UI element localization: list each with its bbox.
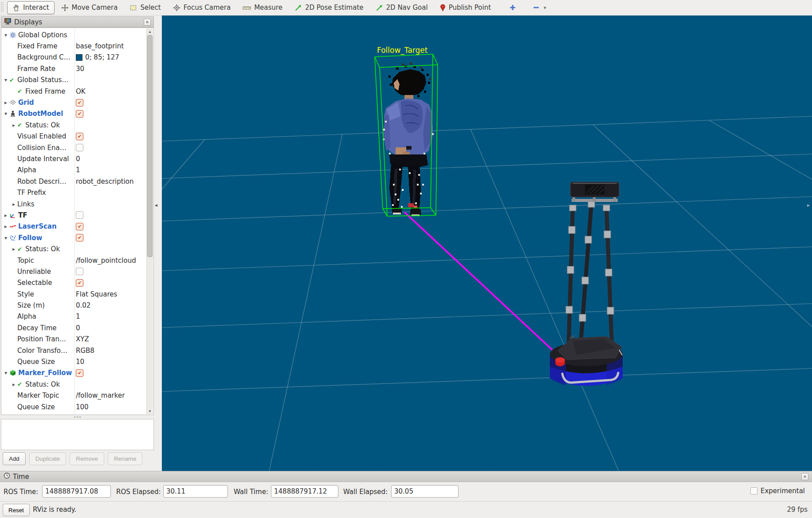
tree-row[interactable]: ▾RobotModel✔ xyxy=(1,108,153,119)
property-value[interactable]: /follow_pointcloud xyxy=(76,257,136,265)
pose-estimate-tool-button[interactable]: 2D Pose Estimate xyxy=(289,1,369,14)
property-value[interactable]: 0 xyxy=(76,324,80,332)
tree-row[interactable]: Unreliable xyxy=(1,266,153,277)
select-tool-button[interactable]: Select xyxy=(124,1,166,14)
collapse-arrow-icon[interactable]: ▾ xyxy=(2,32,9,38)
tree-row[interactable]: Alpha1 xyxy=(1,311,153,322)
tree-row[interactable]: Alpha1 xyxy=(1,165,153,176)
wall-elapsed-input[interactable] xyxy=(391,485,459,498)
tree-row[interactable]: ✔Fixed FrameOK xyxy=(1,86,153,97)
add-display-button[interactable]: Add xyxy=(3,452,26,465)
display-enabled-checkbox[interactable] xyxy=(76,211,83,219)
property-value[interactable]: 0.02 xyxy=(76,301,90,309)
property-value[interactable]: 0; 85; 127 xyxy=(85,53,119,61)
tree-row[interactable]: Update Interval0 xyxy=(1,153,153,164)
displays-panel-header[interactable]: Displays ✕ xyxy=(1,16,154,28)
property-value[interactable]: 0 xyxy=(76,155,80,163)
display-enabled-checkbox[interactable] xyxy=(76,144,83,151)
tree-row[interactable]: ▸LaserScan✔ xyxy=(1,221,153,232)
tree-row[interactable]: Decay Time0 xyxy=(1,322,153,333)
expand-arrow-icon[interactable]: ▸ xyxy=(10,381,17,388)
property-value[interactable]: 30 xyxy=(76,65,84,73)
property-value[interactable]: base_footprint xyxy=(76,42,124,50)
move-camera-tool-button[interactable]: Move Camera xyxy=(56,1,123,14)
tree-row[interactable]: Topic/follow_pointcloud xyxy=(1,255,153,266)
close-panel-button[interactable]: ✕ xyxy=(801,473,808,480)
collapse-arrow-icon[interactable]: ▾ xyxy=(2,111,9,117)
tree-row[interactable]: ▸TF xyxy=(1,210,153,221)
measure-tool-button[interactable]: Measure xyxy=(237,1,288,14)
property-value[interactable]: 1 xyxy=(76,312,80,320)
property-value[interactable]: robot_description xyxy=(76,178,134,186)
expand-arrow-icon[interactable]: ▸ xyxy=(10,122,17,128)
tree-row[interactable]: ▸✔Status: Ok xyxy=(1,119,153,130)
tree-row[interactable]: ▾Marker_Follow✔ xyxy=(1,368,153,379)
tree-row[interactable]: ▾Follow✔ xyxy=(1,232,153,243)
collapse-arrow-icon[interactable]: ▾ xyxy=(2,370,9,376)
nav-goal-tool-button[interactable]: 2D Nav Goal xyxy=(370,1,433,14)
tree-row[interactable]: ▾✔Global Status… xyxy=(1,75,153,86)
tree-row[interactable]: StyleFlat Squares xyxy=(1,289,153,300)
tree-row[interactable]: Selectable✔ xyxy=(1,277,153,289)
focus-camera-tool-button[interactable]: Focus Camera xyxy=(168,1,236,14)
property-value[interactable]: Flat Squares xyxy=(76,290,117,298)
tree-row[interactable]: Namespaces xyxy=(1,412,153,415)
close-panel-button[interactable]: ✕ xyxy=(144,19,151,26)
tree-row[interactable]: Queue Size10 xyxy=(1,356,153,367)
tree-row[interactable]: Robot Descri…robot_description xyxy=(1,176,153,187)
expand-arrow-icon[interactable]: ▸ xyxy=(2,99,9,106)
tree-row[interactable]: Background C…0; 85; 127 xyxy=(1,52,153,63)
expand-arrow-icon[interactable]: ▸ xyxy=(10,246,17,252)
expand-arrow-icon[interactable]: ▸ xyxy=(2,212,9,218)
panel-splitter-handle[interactable] xyxy=(1,415,154,418)
property-value[interactable]: XYZ xyxy=(76,335,89,343)
display-enabled-checkbox[interactable]: ✔ xyxy=(76,369,83,377)
publish-point-tool-button[interactable]: Publish Point xyxy=(435,1,496,14)
tree-row[interactable]: Position Tran…XYZ xyxy=(1,334,153,345)
display-enabled-checkbox[interactable]: ✔ xyxy=(76,133,83,140)
expand-arrow-icon[interactable]: ▸ xyxy=(2,223,9,229)
tree-row[interactable]: Visual Enabled✔ xyxy=(1,131,153,142)
tree-row[interactable]: Collision Ena… xyxy=(1,142,153,153)
ros-time-input[interactable] xyxy=(42,485,111,498)
time-panel-header[interactable]: Time ✕ xyxy=(0,471,812,482)
experimental-checkbox[interactable] xyxy=(750,487,757,494)
tree-row[interactable]: ▸Links xyxy=(1,198,153,210)
tree-row[interactable]: ▸✔Status: Ok xyxy=(1,243,153,254)
display-enabled-checkbox[interactable]: ✔ xyxy=(76,279,83,287)
tree-row[interactable]: ▸✔Status: Ok xyxy=(1,379,153,390)
collapse-arrow-icon[interactable]: ▾ xyxy=(2,77,9,83)
tree-row[interactable]: ▸Grid✔ xyxy=(1,97,153,108)
tree-row[interactable]: Marker Topic/follow_marker xyxy=(1,390,153,401)
display-enabled-checkbox[interactable]: ✔ xyxy=(76,99,83,107)
ros-elapsed-input[interactable] xyxy=(163,485,228,498)
tree-row[interactable]: Size (m)0.02 xyxy=(1,300,153,311)
display-enabled-checkbox[interactable] xyxy=(76,268,83,275)
property-value[interactable]: RGB8 xyxy=(76,347,94,355)
tree-row[interactable]: Queue Size100 xyxy=(1,401,153,412)
reset-button[interactable]: Reset xyxy=(3,504,30,516)
display-enabled-checkbox[interactable]: ✔ xyxy=(76,110,83,118)
expand-arrow-icon[interactable]: ▸ xyxy=(10,201,17,207)
wall-time-input[interactable] xyxy=(271,485,338,498)
collapse-arrow-icon[interactable]: ▾ xyxy=(2,235,9,241)
tree-row[interactable]: TF Prefix xyxy=(1,187,153,198)
panel-collapse-handle-icon[interactable]: ◂ xyxy=(155,202,157,208)
display-enabled-checkbox[interactable]: ✔ xyxy=(76,234,83,241)
tree-row[interactable]: Frame Rate30 xyxy=(1,63,153,74)
panel-expand-handle-icon[interactable]: ▸ xyxy=(807,202,810,208)
tree-row[interactable]: Color Transfo…RGB8 xyxy=(1,345,153,356)
3d-viewport[interactable]: Follow_Target xyxy=(162,16,812,471)
remove-tool-button[interactable]: ▾ xyxy=(527,1,552,14)
property-value[interactable]: 1 xyxy=(76,166,80,174)
interact-tool-button[interactable]: Interact xyxy=(7,1,55,14)
toolbar-grip[interactable] xyxy=(1,2,4,13)
property-value[interactable]: 10 xyxy=(76,358,84,366)
tree-row[interactable]: Fixed Framebase_footprint xyxy=(1,40,153,51)
display-enabled-checkbox[interactable]: ✔ xyxy=(76,223,83,230)
property-value[interactable]: 100 xyxy=(76,403,89,411)
tree-row[interactable]: ▾Global Options xyxy=(1,29,153,40)
add-tool-button[interactable] xyxy=(504,1,522,14)
property-value[interactable]: OK xyxy=(76,87,86,95)
property-value[interactable]: /follow_marker xyxy=(76,391,125,399)
